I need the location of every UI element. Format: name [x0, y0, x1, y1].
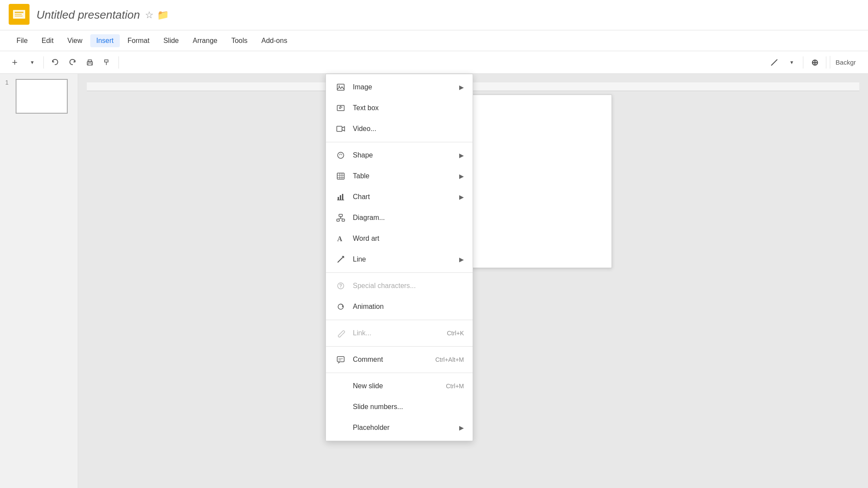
slide-number-1: 1: [5, 79, 12, 86]
menu-item-image[interactable]: Image ▶: [326, 77, 473, 98]
line-icon: [335, 253, 347, 265]
menu-item-comment[interactable]: Comment Ctrl+Alt+M: [326, 349, 473, 370]
image-icon: [335, 81, 347, 93]
undo-button[interactable]: [47, 55, 63, 70]
presentation-title[interactable]: Untitled presentation: [36, 8, 140, 22]
add-slide-button[interactable]: +: [7, 55, 23, 70]
svg-rect-27: [339, 214, 342, 216]
chart-arrow: ▶: [459, 193, 464, 200]
star-icon[interactable]: ☆: [145, 10, 154, 21]
menu-item-wordart[interactable]: A Word art: [326, 228, 473, 249]
menu-item-link: Link... Ctrl+K: [326, 323, 473, 344]
svg-rect-23: [338, 197, 339, 200]
image-arrow: ▶: [459, 84, 464, 91]
svg-rect-28: [337, 219, 339, 221]
menu-item-slide-numbers[interactable]: Slide numbers...: [326, 396, 473, 417]
placeholder-icon: [335, 422, 347, 434]
menu-item-placeholder[interactable]: Placeholder ▶: [326, 417, 473, 438]
animation-icon: [335, 301, 347, 313]
ruler-marks: [87, 82, 859, 91]
ruler: [87, 82, 859, 91]
svg-rect-24: [340, 195, 341, 200]
background-button[interactable]: Backgr: [830, 56, 861, 69]
menu-item-chart[interactable]: Chart ▶: [326, 187, 473, 207]
special-characters-icon: [335, 280, 347, 292]
paint-format-button[interactable]: [99, 55, 115, 70]
app-icon: [9, 4, 36, 26]
textbox-icon: [335, 102, 347, 114]
menu-item-line[interactable]: Line ▶: [326, 249, 473, 270]
svg-point-36: [340, 287, 341, 288]
separator-after-animation: [326, 320, 473, 320]
textbox-label: Text box: [353, 104, 464, 112]
video-label: Video...: [353, 125, 464, 133]
slide-numbers-icon: [335, 401, 347, 413]
svg-rect-4: [15, 16, 23, 16]
placeholder-arrow: ▶: [459, 424, 464, 431]
menu-item-diagram[interactable]: Diagram...: [326, 207, 473, 228]
wordart-icon: A: [335, 233, 347, 245]
title-bar: Untitled presentation ☆ 📁: [0, 0, 868, 30]
wordart-label: Word art: [353, 235, 464, 242]
menu-item-slide[interactable]: Slide: [157, 34, 185, 47]
comment-icon: [335, 354, 347, 366]
video-icon: [335, 123, 347, 135]
link-icon: [335, 327, 347, 339]
line-arrow: ▶: [459, 256, 464, 263]
separator-after-line: [326, 272, 473, 273]
svg-rect-7: [88, 63, 92, 65]
svg-rect-39: [337, 357, 344, 362]
menu-item-animation[interactable]: Animation: [326, 296, 473, 317]
special-characters-label: Special characters...: [353, 282, 464, 290]
folder-icon[interactable]: 📁: [157, 10, 169, 21]
menu-item-file[interactable]: File: [10, 34, 34, 47]
add-dropdown-button[interactable]: ▾: [24, 55, 40, 70]
svg-rect-25: [342, 194, 343, 200]
slide-thumb-1[interactable]: 1: [5, 79, 72, 114]
svg-rect-2: [15, 12, 23, 13]
comment-label: Comment: [353, 356, 430, 364]
separator-after-video: [326, 142, 473, 142]
menu-item-insert[interactable]: Insert: [90, 34, 120, 47]
menu-item-format[interactable]: Format: [122, 34, 156, 47]
print-button[interactable]: [82, 55, 98, 70]
toolbar-separator-1: [43, 56, 44, 69]
slide-numbers-label: Slide numbers...: [353, 403, 464, 411]
menu-item-edit[interactable]: Edit: [36, 34, 60, 47]
menu-item-arrange[interactable]: Arrange: [187, 34, 224, 47]
insert-menu: Image ▶ Text box Video...: [326, 74, 473, 441]
menu-item-textbox[interactable]: Text box: [326, 98, 473, 118]
svg-line-34: [338, 256, 344, 262]
svg-rect-3: [15, 14, 22, 15]
chart-label: Chart: [353, 193, 456, 201]
toolbar-separator-2: [118, 56, 119, 69]
line-tool-button[interactable]: [766, 55, 782, 70]
new-slide-shortcut: Ctrl+M: [446, 383, 464, 390]
svg-rect-18: [337, 173, 344, 179]
svg-rect-29: [342, 219, 345, 221]
shape-arrow: ▶: [459, 152, 464, 159]
menu-item-new-slide[interactable]: New slide Ctrl+M: [326, 376, 473, 396]
svg-point-17: [338, 152, 344, 158]
line-dropdown-button[interactable]: ▾: [784, 55, 799, 70]
diagram-label: Diagram...: [353, 214, 464, 222]
menu-item-shape[interactable]: Shape ▶: [326, 145, 473, 166]
shape-icon: [335, 149, 347, 161]
svg-line-38: [340, 332, 342, 334]
redo-button[interactable]: [65, 55, 80, 70]
link-shortcut: Ctrl+K: [447, 330, 464, 337]
toolbar: + ▾ ▾ ⊕ Backgr: [0, 51, 868, 74]
menu-item-table[interactable]: Table ▶: [326, 166, 473, 187]
menu-item-tools[interactable]: Tools: [225, 34, 253, 47]
slide-panel: 1: [0, 74, 78, 488]
menu-item-view[interactable]: View: [61, 34, 88, 47]
svg-rect-6: [88, 60, 92, 62]
menu-item-addons[interactable]: Add-ons: [255, 34, 293, 47]
menu-item-video[interactable]: Video...: [326, 118, 473, 139]
slide-thumbnail-1[interactable]: [16, 79, 68, 114]
table-icon: [335, 170, 347, 182]
toolbar-separator-3: [803, 56, 803, 69]
table-arrow: ▶: [459, 173, 464, 180]
separator-after-comment: [326, 373, 473, 373]
insert-element-button[interactable]: ⊕: [807, 55, 822, 70]
